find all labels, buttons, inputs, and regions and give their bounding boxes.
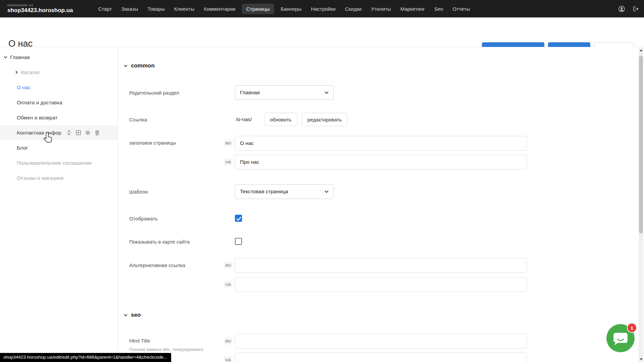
alt-link-label: Альтернативная ссылка [129, 262, 185, 268]
trash-icon[interactable] [94, 130, 100, 136]
lang-badge-ru: RU [224, 262, 233, 269]
chevron-down-icon[interactable] [3, 55, 8, 59]
tree-item-glavnaya[interactable]: Главная [0, 50, 118, 65]
display-label: Отображать [129, 216, 158, 221]
display-checkbox[interactable] [235, 215, 242, 222]
logout-icon[interactable] [632, 6, 639, 12]
html-title-ru-input[interactable] [235, 334, 527, 349]
tree-item-label: Обмен и возврат [17, 115, 58, 121]
template-label: Шаблон [129, 189, 148, 195]
nav-item-start[interactable]: Старт [95, 4, 115, 14]
html-title-label: Html Title [129, 338, 150, 344]
link-value: /o-nas/ [236, 116, 252, 122]
tree-item-katalog[interactable]: Каталог [0, 65, 129, 80]
chevron-down-icon [123, 64, 128, 68]
sitemap-label: Показывать в карте сайта [129, 239, 190, 245]
move-icon[interactable] [66, 130, 72, 136]
chat-launcher-button[interactable]: 1 [606, 324, 635, 352]
select-value: Главная [240, 90, 260, 96]
page-edit-form: common Родительский раздел Главная Ссылк… [118, 47, 639, 362]
lang-badge-ua: UA [224, 158, 233, 165]
section-title: common [131, 62, 155, 69]
navbar-right [618, 0, 639, 17]
template-select[interactable]: Текстовая страница [235, 184, 334, 199]
account-icon[interactable] [618, 6, 625, 12]
section-common-toggle[interactable]: common [123, 62, 155, 69]
section-seo-toggle[interactable]: seo [123, 312, 141, 318]
nav-item-clients[interactable]: Клиенты [171, 4, 197, 14]
tree-item-label: Пользовательское соглашение [17, 160, 92, 166]
nav-item-discounts[interactable]: Скидки [342, 4, 364, 14]
vertical-scrollbar[interactable] [639, 48, 643, 362]
main-menu: Старт Заказы Товары Клиенты Комментарии … [95, 4, 473, 14]
triangle-down-icon [640, 358, 643, 360]
nav-item-orders[interactable]: Заказы [118, 4, 141, 14]
add-page-icon[interactable] [76, 130, 81, 136]
select-chevron-icon [325, 91, 329, 94]
lang-badge-ru: RU [224, 338, 233, 345]
tree-item-label: Каталог [21, 69, 40, 75]
top-navbar: HOROSHOP V4 shop34423.horoshop.ua Старт … [0, 0, 644, 17]
nav-item-banners[interactable]: Баннеры [278, 4, 304, 14]
link-refresh-button[interactable]: обновить [264, 113, 297, 126]
alt-link-ru-input[interactable] [235, 258, 527, 273]
tree-item-otzyvy[interactable]: Отзывы о магазине [0, 170, 135, 186]
lang-badge-ru: RU [224, 140, 233, 147]
tree-item-label: Главная [10, 54, 30, 60]
chevron-right-icon[interactable] [14, 70, 19, 74]
nav-item-utilities[interactable]: Утилиты [368, 4, 394, 14]
html-title-hint: Полная замена title, генерируемого [129, 347, 203, 352]
triangle-up-icon [640, 49, 643, 51]
nav-item-seo[interactable]: Seo [431, 4, 446, 14]
tree-item-actions [66, 130, 100, 136]
status-url-bar: shop34423.horoshop.ua/edit/edit.php?id=6… [0, 353, 171, 362]
gear-icon[interactable] [85, 130, 91, 136]
tree-item-label: Блог [17, 145, 28, 151]
pages-tree-sidebar: Главная Каталог О нас Оплата и доставка … [0, 47, 118, 362]
chevron-down-icon [123, 313, 128, 317]
nav-item-pages[interactable]: Страницы [242, 4, 274, 14]
tree-item-label: Оплата и доставка [17, 100, 62, 106]
parent-section-label: Родительский раздел [129, 90, 179, 96]
link-label: Ссылка [129, 117, 147, 122]
scroll-up-arrow[interactable] [639, 48, 643, 53]
brand-domain: shop34423.horoshop.ua [7, 7, 73, 13]
html-title-ua-input[interactable] [235, 353, 527, 362]
link-edit-button[interactable]: редактировать [302, 113, 348, 126]
page-heading-ua-input[interactable] [235, 155, 527, 169]
sitemap-checkbox[interactable] [235, 238, 242, 245]
tree-item-o-nas[interactable]: О нас [0, 80, 135, 95]
brand-logo[interactable]: HOROSHOP V4 shop34423.horoshop.ua [0, 4, 73, 13]
tree-item-oplata[interactable]: Оплата и доставка [0, 95, 135, 110]
tree-item-label: О нас [17, 85, 31, 91]
horoshop-admin-page: HOROSHOP V4 shop34423.horoshop.ua Старт … [0, 0, 644, 362]
section-title: seo [131, 312, 141, 318]
checkmark-icon [235, 215, 242, 222]
page-heading-ru-input[interactable] [235, 136, 527, 151]
nav-item-comments[interactable]: Комментарии [201, 4, 238, 14]
nav-item-products[interactable]: Товары [144, 4, 168, 14]
tree-item-label: Отзывы о магазине [17, 175, 64, 181]
page-header: О нас Сохранить и выйти Сохранить Отмени… [0, 17, 644, 47]
tree-item-soglashenie[interactable]: Пользовательское соглашение [0, 155, 135, 170]
lang-badge-ua: UA [224, 356, 233, 362]
nav-item-settings[interactable]: Настройки [308, 4, 339, 14]
parent-section-select[interactable]: Главная [235, 85, 334, 100]
nav-item-reports[interactable]: Отчеты [450, 4, 473, 14]
lang-badge-ua: UA [224, 281, 233, 288]
tree-item-blog[interactable]: Блог [0, 140, 135, 155]
select-chevron-icon [325, 190, 329, 193]
tree-item-label: Контактная инфор [17, 130, 61, 136]
tree-item-obmen[interactable]: Обмен и возврат [0, 110, 135, 125]
page-heading-label: заголовок страницы [129, 140, 176, 146]
tree-item-kontaktnaya[interactable]: Контактная инфор [0, 125, 135, 140]
scroll-down-arrow[interactable] [639, 357, 643, 362]
scrollbar-thumb[interactable] [639, 56, 643, 234]
select-value: Текстовая страница [240, 189, 288, 195]
nav-item-marketing[interactable]: Маркетинг [397, 4, 428, 14]
chat-unread-badge: 1 [627, 323, 637, 333]
alt-link-ua-input[interactable] [235, 277, 527, 292]
